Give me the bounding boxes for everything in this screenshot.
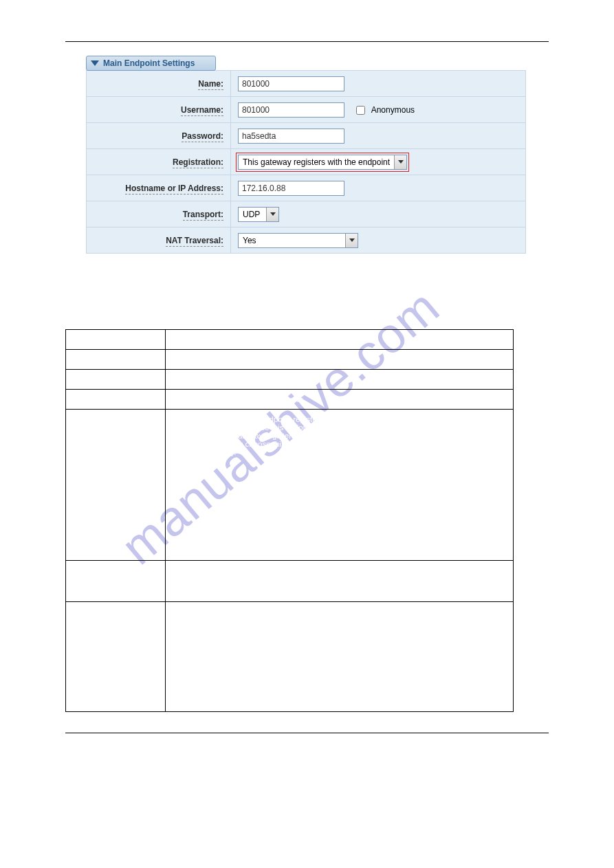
definitions-table: OptionsDefinition NameEndpoint's name. U… <box>65 329 514 712</box>
def-definition: Register password in your SIP server. <box>166 390 514 410</box>
password-input[interactable] <box>238 129 344 144</box>
name-label: Name: <box>198 79 223 90</box>
dropdown-icon <box>394 155 406 169</box>
def-option: Password <box>66 390 166 410</box>
chevron-down-icon <box>91 60 99 66</box>
nat-select-value: Yes <box>239 236 345 245</box>
dropdown-icon <box>266 208 278 221</box>
def-definition: This sets the possible transport types f… <box>166 602 514 712</box>
registration-select[interactable]: This gateway registers with the endpoint <box>238 155 407 170</box>
table-row: TransportThis sets the possible transpor… <box>66 602 514 712</box>
settings-table: Name: Username: Anonymous Password: <box>86 70 526 254</box>
def-option: Options <box>66 330 166 350</box>
page-top-divider <box>65 41 549 42</box>
table-row: NameEndpoint's name. <box>66 350 514 370</box>
anonymous-label: Anonymous <box>371 105 415 115</box>
def-definition: Definition <box>166 330 514 350</box>
transport-select-value: UDP <box>239 210 266 219</box>
table-row: User NameRegister name in your SIP serve… <box>66 370 514 390</box>
def-option: Registration <box>66 410 166 561</box>
name-input[interactable] <box>238 76 344 91</box>
section-header-label: Main Endpoint Settings <box>103 58 195 68</box>
table-row: RegistrationNone --- Not registering; En… <box>66 410 514 561</box>
nat-select[interactable]: Yes <box>238 233 358 248</box>
settings-screenshot: Main Endpoint Settings Name: Username: A… <box>86 56 549 254</box>
row-registration: Registration: This gateway registers wit… <box>87 149 526 175</box>
table-row: PasswordRegister password in your SIP se… <box>66 390 514 410</box>
table-row: Hostname or IP AddressIP address or host… <box>66 561 514 602</box>
hostname-input[interactable] <box>238 181 344 196</box>
row-password: Password: <box>87 123 526 149</box>
row-hostname: Hostname or IP Address: <box>87 175 526 201</box>
def-option: Transport <box>66 602 166 712</box>
section-header[interactable]: Main Endpoint Settings <box>86 56 216 71</box>
username-input[interactable] <box>238 102 344 118</box>
anonymous-checkbox[interactable] <box>356 106 365 115</box>
def-option: Hostname or IP Address <box>66 561 166 602</box>
registration-select-value: This gateway registers with the endpoint <box>239 157 394 167</box>
username-label: Username: <box>181 105 223 116</box>
row-name: Name: <box>87 71 526 97</box>
def-option: Name <box>66 350 166 370</box>
row-nat: NAT Traversal: Yes <box>87 227 526 254</box>
table-row: OptionsDefinition <box>66 330 514 350</box>
nat-label: NAT Traversal: <box>166 236 223 247</box>
table-title: Table 3-4-1 Definition of Routing Genera… <box>65 313 549 325</box>
transport-label: Transport: <box>183 210 223 221</box>
def-definition: IP address or hostname of the endpoint o… <box>166 561 514 602</box>
transport-select[interactable]: UDP <box>238 207 279 222</box>
password-label: Password: <box>182 131 223 142</box>
figure-caption: Figure 3-4-2 Main Endpoint Settings <box>65 281 549 293</box>
hostname-label: Hostname or IP Address: <box>125 183 223 194</box>
def-definition: None --- Not registering; Endpoint regis… <box>166 410 514 561</box>
row-transport: Transport: UDP <box>87 201 526 227</box>
def-option: User Name <box>66 370 166 390</box>
dropdown-icon <box>345 234 358 247</box>
def-definition: Endpoint's name. <box>166 350 514 370</box>
registration-label: Registration: <box>173 157 223 168</box>
def-definition: Register name in your SIP server. <box>166 370 514 390</box>
page-bottom-divider <box>65 733 549 733</box>
row-username: Username: Anonymous <box>87 97 526 123</box>
